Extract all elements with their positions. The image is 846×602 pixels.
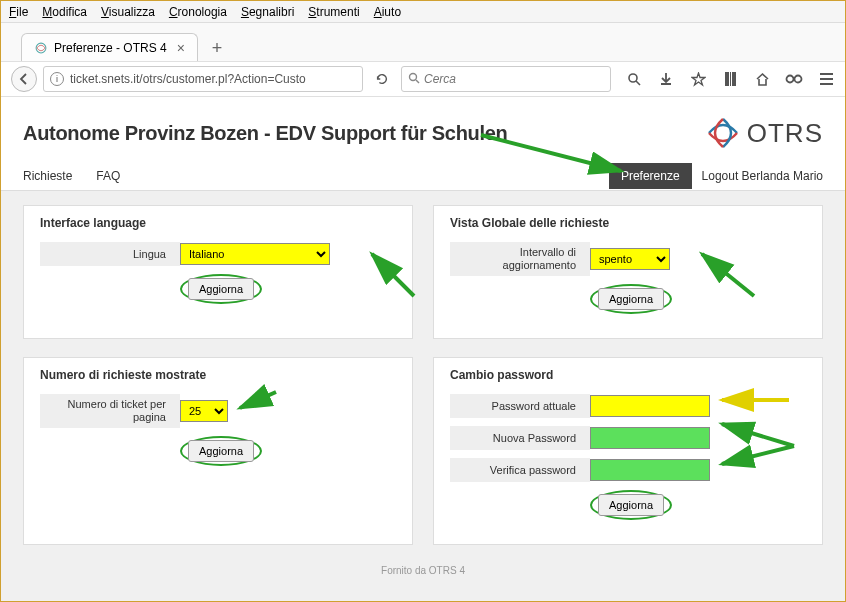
select-refresh-interval[interactable]: spento: [590, 248, 670, 270]
svg-point-5: [787, 76, 794, 83]
download-icon[interactable]: [657, 70, 675, 88]
update-language-button[interactable]: Aggiorna: [188, 278, 254, 300]
mask-icon[interactable]: [785, 70, 803, 88]
update-refresh-button[interactable]: Aggiorna: [598, 288, 664, 310]
menu-history[interactable]: Cronologia: [169, 5, 227, 19]
search-input[interactable]: [424, 72, 604, 86]
label-ticket-per-page: Numero di ticket per pagina: [40, 394, 180, 428]
content-grid: Interface language Lingua Italiano Aggio…: [1, 191, 845, 559]
browser-toolbar: i: [1, 61, 845, 97]
menu-bookmarks[interactable]: Segnalibri: [241, 5, 294, 19]
toolbar-icons: [625, 70, 835, 88]
search-bar[interactable]: [401, 66, 611, 92]
url-input[interactable]: [70, 72, 356, 86]
menu-help[interactable]: Aiuto: [374, 5, 401, 19]
input-current-password[interactable]: [590, 395, 710, 417]
home-icon[interactable]: [753, 70, 771, 88]
tab-strip: Preferenze - OTRS 4 × +: [1, 23, 845, 61]
nav-preferenze-active[interactable]: Preferenze: [609, 163, 692, 189]
bookmark-star-icon[interactable]: [689, 70, 707, 88]
svg-point-1: [410, 73, 417, 80]
browser-tab[interactable]: Preferenze - OTRS 4 ×: [21, 33, 198, 61]
svg-point-3: [629, 74, 637, 82]
site-info-icon[interactable]: i: [50, 72, 64, 86]
annotation-circle: Aggiorna: [590, 490, 672, 520]
page-header: Autonome Provinz Bozen - EDV Support für…: [1, 97, 845, 161]
update-password-button[interactable]: Aggiorna: [598, 494, 664, 516]
svg-line-4: [636, 81, 640, 85]
panel-interface-language: Interface language Lingua Italiano Aggio…: [23, 205, 413, 339]
panel-title: Interface language: [40, 216, 396, 230]
tab-close-icon[interactable]: ×: [177, 40, 185, 56]
otrs-logo-text: OTRS: [747, 118, 823, 149]
input-new-password[interactable]: [590, 427, 710, 449]
label-current-password: Password attuale: [450, 394, 590, 418]
label-verify-password: Verifica password: [450, 458, 590, 482]
hamburger-menu-icon[interactable]: [817, 70, 835, 88]
otrs-logo: OTRS: [705, 115, 823, 151]
url-bar[interactable]: i: [43, 66, 363, 92]
nav-logout[interactable]: Logout Berlanda Mario: [702, 169, 823, 183]
svg-line-2: [416, 80, 419, 83]
label-intervallo: Intervallo di aggiornamento: [450, 242, 590, 276]
menu-view[interactable]: Visualizza: [101, 5, 155, 19]
page-title: Autonome Provinz Bozen - EDV Support für…: [23, 122, 508, 145]
tab-title: Preferenze - OTRS 4: [54, 41, 167, 55]
annotation-circle: Aggiorna: [180, 274, 262, 304]
search-toolbar-icon[interactable]: [625, 70, 643, 88]
svg-point-6: [795, 76, 802, 83]
menu-tools[interactable]: Strumenti: [308, 5, 359, 19]
panel-change-password: Cambio password Password attuale Nuova P…: [433, 357, 823, 545]
reload-button[interactable]: [369, 66, 395, 92]
panel-title: Cambio password: [450, 368, 806, 382]
annotation-circle: Aggiorna: [180, 436, 262, 466]
label-lingua: Lingua: [40, 242, 180, 266]
annotation-circle: Aggiorna: [590, 284, 672, 314]
update-count-button[interactable]: Aggiorna: [188, 440, 254, 462]
input-verify-password[interactable]: [590, 459, 710, 481]
browser-menubar: File Modifica Visualizza Cronologia Segn…: [1, 1, 845, 23]
panel-ticket-refresh: Vista Globale delle richieste Intervallo…: [433, 205, 823, 339]
top-nav: Richieste FAQ Preferenze Logout Berlanda…: [1, 161, 845, 191]
panel-ticket-count: Numero di richieste mostrate Numero di t…: [23, 357, 413, 545]
menu-file[interactable]: File: [9, 5, 28, 19]
svg-point-0: [36, 43, 46, 53]
otrs-logo-icon: [705, 115, 741, 151]
menu-edit[interactable]: Modifica: [42, 5, 87, 19]
nav-richieste[interactable]: Richieste: [23, 169, 72, 183]
page-footer: Fornito da OTRS 4: [1, 559, 845, 582]
panel-title: Numero di richieste mostrate: [40, 368, 396, 382]
sidebar-toggle-icon[interactable]: [721, 70, 739, 88]
select-language[interactable]: Italiano: [180, 243, 330, 265]
panel-title: Vista Globale delle richieste: [450, 216, 806, 230]
tab-favicon-icon: [34, 41, 48, 55]
new-tab-button[interactable]: +: [204, 35, 230, 61]
select-ticket-count[interactable]: 25: [180, 400, 228, 422]
back-button[interactable]: [11, 66, 37, 92]
search-icon: [408, 72, 420, 87]
label-new-password: Nuova Password: [450, 426, 590, 450]
nav-faq[interactable]: FAQ: [96, 169, 120, 183]
page-content: Autonome Provinz Bozen - EDV Support für…: [1, 97, 845, 601]
